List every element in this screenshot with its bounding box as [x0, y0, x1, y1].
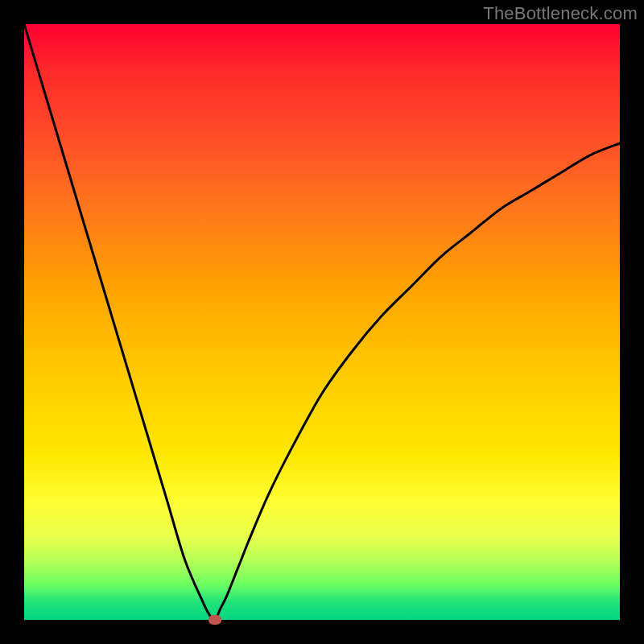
watermark-text: TheBottleneck.com: [483, 3, 638, 24]
bottleneck-curve: [24, 24, 620, 620]
curve-path: [24, 24, 620, 620]
chart-frame: TheBottleneck.com: [0, 0, 644, 644]
plot-area: [24, 24, 620, 620]
optimum-marker: [208, 615, 221, 625]
